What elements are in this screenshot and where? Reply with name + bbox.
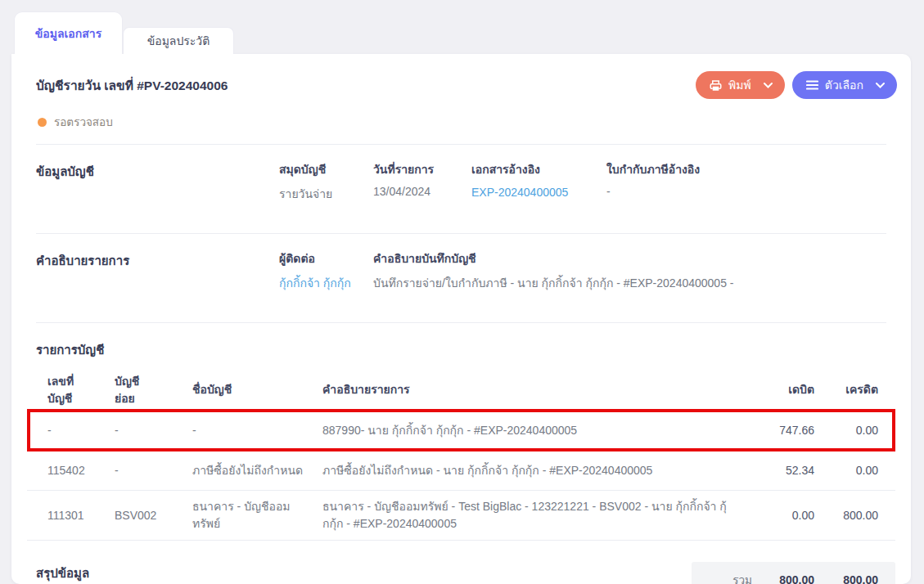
account-no-cell: 111301 — [27, 500, 94, 532]
table-header-row: เลขที่ บัญชี บัญชี ย่อย ชื่อบัญชี คำอธิบ… — [27, 370, 895, 411]
card-header: บัญชีรายวัน เลขที่ #PV-202404006 พิมพ์ ต… — [25, 54, 897, 99]
field-label: วันที่รายการ — [373, 160, 471, 178]
sub-account-cell: BSV002 — [94, 500, 176, 532]
total-label: รวม — [692, 571, 755, 584]
debit-cell: 52.34 — [755, 455, 823, 487]
tab-bar: ข้อมูลเอกสาร ข้อมูลประวัติ — [0, 0, 924, 54]
field-label: คำอธิบายบันทึกบัญชี — [373, 249, 886, 267]
account-name-cell: - — [176, 415, 315, 447]
options-button[interactable]: ตัวเลือก — [792, 71, 897, 99]
sub-account-cell: - — [94, 455, 176, 487]
field-label: เอกสารอ้างอิง — [471, 160, 606, 178]
account-no-cell: - — [27, 415, 94, 447]
summary-section: สรุปข้อมูล รวม 800.00 800.00 — [36, 562, 895, 584]
reference-document-link[interactable]: EXP-20240400005 — [471, 186, 568, 199]
sub-account-cell: - — [94, 415, 176, 447]
document-card: บัญชีรายวัน เลขที่ #PV-202404006 พิมพ์ ต… — [11, 54, 911, 584]
field-value: บันทึกรายจ่าย/ใบกำกับภาษี - นาย กุ้กกิ้ก… — [373, 274, 886, 292]
debit-cell: 0.00 — [755, 500, 823, 532]
print-button[interactable]: พิมพ์ — [696, 71, 785, 99]
account-no-cell: 115402 — [27, 455, 94, 487]
printer-icon — [710, 79, 722, 92]
field-label: ใบกำกับภาษีอ้างอิง — [606, 160, 700, 178]
tab-documents-label: ข้อมูลเอกสาร — [35, 25, 101, 43]
section-title: คำอธิบายรายการ — [36, 249, 279, 292]
status-badge: รอตรวจสอบ — [25, 113, 897, 131]
section-title: สรุปข้อมูล — [36, 562, 279, 583]
column-header-credit: เครดิต — [823, 381, 895, 398]
table-row: 111301 BSV002 ธนาคาร - บัญชีออมทรัพย์ ธน… — [27, 491, 895, 541]
contact-field: ผู้ติดต่อ กุ้กกิ้กจ้า กุ้กกุ้ก — [279, 249, 373, 292]
description-section: คำอธิบายรายการ ผู้ติดต่อ กุ้กกิ้กจ้า กุ้… — [25, 234, 897, 309]
total-debit: 800.00 — [755, 573, 823, 584]
reference-document-field: เอกสารอ้างอิง EXP-20240400005 — [471, 160, 606, 203]
options-button-label: ตัวเลือก — [825, 76, 863, 94]
menu-icon — [806, 80, 818, 90]
journal-book-field: สมุดบัญชี รายวันจ่าย — [279, 160, 373, 203]
status-label: รอตรวจสอบ — [54, 113, 113, 131]
summary-total-box: รวม 800.00 800.00 — [692, 562, 895, 584]
column-header-account-no: เลขที่ บัญชี — [27, 373, 94, 407]
column-header-account-name: ชื่อบัญชี — [176, 381, 315, 398]
credit-cell: 800.00 — [823, 500, 895, 532]
transaction-date-field: วันที่รายการ 13/04/2024 — [373, 160, 471, 203]
debit-cell: 747.66 — [755, 415, 823, 447]
field-value: รายวันจ่าย — [279, 185, 373, 203]
chevron-down-icon — [764, 83, 773, 88]
entries-table: เลขที่ บัญชี บัญชี ย่อย ชื่อบัญชี คำอธิบ… — [27, 370, 895, 541]
total-credit: 800.00 — [823, 573, 895, 584]
field-label: สมุดบัญชี — [279, 160, 373, 178]
journal-note-field: คำอธิบายบันทึกบัญชี บันทึกรายจ่าย/ใบกำกั… — [373, 249, 886, 292]
field-value: - — [606, 185, 700, 198]
tab-documents[interactable]: ข้อมูลเอกสาร — [14, 11, 123, 54]
page-title: บัญชีรายวัน เลขที่ #PV-202404006 — [25, 75, 228, 96]
chevron-down-icon — [876, 83, 885, 88]
column-header-debit: เดบิต — [755, 381, 823, 398]
column-header-sub-account: บัญชี ย่อย — [94, 373, 176, 407]
account-info-section: ข้อมูลบัญชี สมุดบัญชี รายวันจ่าย วันที่ร… — [25, 145, 897, 220]
tab-history[interactable]: ข้อมูลประวัติ — [123, 27, 234, 54]
field-value: 13/04/2024 — [373, 185, 471, 198]
credit-cell: 0.00 — [823, 455, 895, 487]
account-name-cell: ธนาคาร - บัญชีออมทรัพย์ — [176, 491, 315, 540]
description-cell: 887990- นาย กุ้กกิ้กจ้า กุ้กกุ้ก - #EXP-… — [315, 415, 755, 447]
description-cell: ธนาคาร - บัญชีออมทรัพย์ - Test BigBlac -… — [315, 491, 755, 540]
contact-link[interactable]: กุ้กกิ้กจ้า กุ้กกุ้ก — [279, 276, 351, 290]
print-button-label: พิมพ์ — [728, 76, 751, 94]
description-cell: ภาษีซื้อยังไม่ถึงกำหนด - นาย กุ้กกิ้กจ้า… — [315, 455, 755, 487]
table-row: 115402 - ภาษีซื้อยังไม่ถึงกำหนด ภาษีซื้อ… — [27, 451, 895, 491]
section-title: ข้อมูลบัญชี — [36, 160, 279, 203]
table-row: - - - 887990- นาย กุ้กกิ้กจ้า กุ้กกุ้ก -… — [27, 411, 895, 451]
tax-invoice-reference-field: ใบกำกับภาษีอ้างอิง - — [606, 160, 700, 203]
account-name-cell: ภาษีซื้อยังไม่ถึงกำหนด — [176, 455, 315, 487]
header-buttons: พิมพ์ ตัวเลือก — [696, 71, 897, 99]
section-title: รายการบัญชี — [25, 323, 897, 360]
tab-history-label: ข้อมูลประวัติ — [147, 32, 210, 50]
field-label: ผู้ติดต่อ — [279, 249, 373, 267]
credit-cell: 0.00 — [823, 415, 895, 447]
status-dot-icon — [38, 118, 47, 127]
column-header-description: คำอธิบายรายการ — [315, 381, 755, 398]
